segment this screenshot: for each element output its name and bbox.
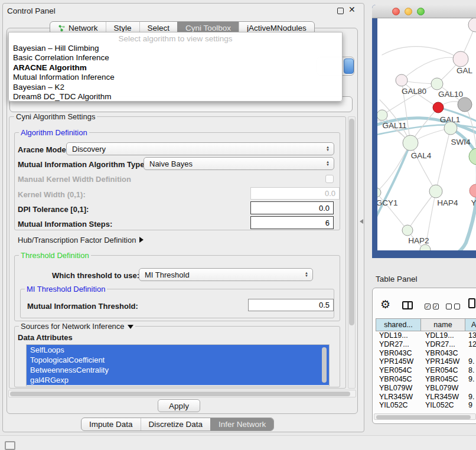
- combobox-arrows-button[interactable]: [344, 58, 354, 74]
- network-node[interactable]: [377, 188, 381, 197]
- close-panel-icon[interactable]: ✕: [348, 5, 356, 14]
- list-item[interactable]: gal4RGexp: [27, 375, 329, 385]
- splitpane-collapse-arrow[interactable]: [360, 219, 363, 224]
- algorithm-definition-title: Algorithm Definition: [19, 128, 89, 137]
- dropdown-item[interactable]: Dream8 DC_TDC Algorithm: [9, 92, 342, 102]
- aracne-mode-combobox[interactable]: Discovery ▲▼: [66, 142, 334, 155]
- select-all-checkboxes-icon[interactable]: ✓✓: [425, 304, 439, 309]
- network-node[interactable]: [470, 184, 476, 197]
- kernel-width-input[interactable]: 0.0: [250, 187, 340, 200]
- list-item[interactable]: BetweennessCentrality: [27, 365, 329, 375]
- network-node[interactable]: [429, 185, 442, 198]
- table-row[interactable]: YPR145WYPR145W9.: [376, 357, 476, 366]
- network-node[interactable]: [377, 110, 387, 120]
- data-attributes-label: Data Attributes: [18, 333, 73, 342]
- settings-horizontal-scrollbar[interactable]: [8, 390, 356, 397]
- minimize-window-icon[interactable]: [405, 8, 412, 15]
- network-edge[interactable]: [377, 143, 410, 193]
- dpi-tolerance-label: DPI Tolerance [0,1]:: [18, 205, 89, 214]
- dropdown-item[interactable]: Bayesian – Hill Climbing: [9, 44, 342, 53]
- table-row[interactable]: YBL079WYBL079W: [376, 384, 476, 393]
- column-header-name[interactable]: name: [420, 318, 465, 331]
- column-header-shared[interactable]: shared...: [376, 318, 421, 331]
- network-canvas[interactable]: GALGAL80GAL10GAL1GAL11SWI4GAL4GCY1HAP4YH…: [377, 18, 476, 250]
- data-attributes-list[interactable]: SelfLoops TopologicalCoefficient Between…: [26, 344, 330, 386]
- apply-button[interactable]: Apply: [158, 399, 200, 412]
- split-columns-icon[interactable]: [402, 301, 413, 309]
- network-node[interactable]: [431, 78, 443, 90]
- network-node[interactable]: [468, 18, 476, 32]
- float-panel-icon[interactable]: [337, 8, 344, 14]
- node-label: Y: [471, 198, 476, 207]
- which-threshold-combobox[interactable]: MI Threshold ▲▼: [139, 268, 313, 281]
- restore-panel-icon[interactable]: [5, 441, 15, 450]
- table-row[interactable]: YLR345WYLR345W9.: [376, 393, 476, 402]
- dropdown-item[interactable]: Basic Correlation Inference: [9, 53, 342, 63]
- network-node[interactable]: [402, 225, 413, 236]
- table-row[interactable]: YER054CYER054C8.: [376, 366, 476, 375]
- table-row[interactable]: YIL052CYIL052C9: [376, 401, 476, 410]
- tab-discretize-data[interactable]: Discretize Data: [141, 418, 211, 431]
- network-window-titlebar[interactable]: [372, 5, 476, 18]
- table-horizontal-scrollbar-thumb[interactable]: [376, 415, 471, 419]
- network-node[interactable]: [396, 74, 407, 86]
- collapse-arrow-icon[interactable]: [128, 325, 133, 329]
- network-view-window[interactable]: GALGAL80GAL10GAL1GAL11SWI4GAL4GCY1HAP4YH…: [372, 5, 476, 258]
- status-strip: [0, 435, 476, 450]
- list-item[interactable]: SelfLoops: [27, 345, 329, 355]
- network-edge[interactable]: [410, 143, 436, 191]
- settings-vertical-scrollbar[interactable]: [348, 116, 356, 389]
- mi-algorithm-type-combobox[interactable]: Naive Bayes ▲▼: [144, 157, 334, 170]
- node-label: SWI4: [451, 138, 470, 146]
- network-node[interactable]: [444, 122, 457, 135]
- mi-steps-input[interactable]: 6: [250, 216, 334, 229]
- algorithm-dropdown-popup: Select algorithm to view settings Bayesi…: [8, 32, 343, 102]
- table-row[interactable]: YDR27...YDR27...12: [376, 340, 476, 349]
- mi-threshold-input[interactable]: 0.5: [248, 299, 334, 311]
- network-node[interactable]: [469, 148, 476, 165]
- table-row[interactable]: YBR043CYBR043C: [376, 349, 476, 358]
- control-panel-title: Control Panel: [7, 6, 56, 15]
- network-edge[interactable]: [436, 128, 451, 191]
- node-label: GAL4: [411, 151, 432, 160]
- network-node[interactable]: [433, 102, 444, 113]
- network-edge[interactable]: [407, 191, 436, 230]
- manual-kernel-width-checkbox[interactable]: [325, 175, 334, 183]
- network-node[interactable]: [453, 51, 468, 67]
- cyni-algorithm-settings-title: Cyni Algorithm Settings: [14, 112, 97, 121]
- network-edge[interactable]: [377, 143, 410, 224]
- network-node[interactable]: [403, 135, 418, 151]
- node-label: GCY1: [377, 198, 397, 207]
- combo-arrows-icon: ▲▼: [305, 272, 308, 278]
- table-horizontal-scrollbar[interactable]: [374, 413, 476, 420]
- sources-group-title[interactable]: Sources for Network Inference: [19, 322, 135, 331]
- column-header-partial[interactable]: A: [465, 318, 476, 331]
- network-node[interactable]: [420, 244, 431, 250]
- dropdown-item[interactable]: Mutual Information Inference: [9, 73, 342, 82]
- mi-algorithm-type-label: Mutual Information Algorithm Type:: [18, 160, 147, 169]
- document-icon[interactable]: [468, 298, 475, 308]
- tab-impute-data[interactable]: Impute Data: [81, 418, 141, 431]
- gear-icon[interactable]: ⚙: [380, 298, 390, 311]
- close-window-icon[interactable]: [392, 8, 400, 15]
- expand-arrow-icon[interactable]: [139, 237, 144, 243]
- settings-vertical-scrollbar-thumb[interactable]: [349, 119, 354, 325]
- deselect-all-checkboxes-icon[interactable]: [446, 304, 460, 309]
- dropdown-item-selected[interactable]: ARACNE Algorithm: [9, 63, 342, 73]
- dpi-tolerance-input[interactable]: 0.0: [250, 201, 334, 214]
- zoom-window-icon[interactable]: [417, 8, 425, 15]
- network-graph[interactable]: GALGAL80GAL10GAL1GAL11SWI4GAL4GCY1HAP4YH…: [377, 18, 476, 250]
- list-item[interactable]: TopologicalCoefficient: [27, 355, 329, 365]
- table-row[interactable]: YBR045CYBR045C9.: [376, 375, 476, 384]
- dropdown-item[interactable]: Bayesian – K2: [9, 83, 342, 92]
- tab-infer-network[interactable]: Infer Network: [210, 418, 273, 431]
- hub-definition-toggle[interactable]: Hub/Transcription Factor Definition: [18, 236, 144, 244]
- manual-kernel-width-label: Manual Kernel Width Definition: [18, 175, 131, 184]
- network-node[interactable]: [458, 97, 472, 112]
- table-row[interactable]: YDL19...YDL19...13: [376, 331, 476, 340]
- combo-arrows-icon: ▲▼: [326, 146, 330, 152]
- list-scrollbar-thumb[interactable]: [322, 347, 327, 383]
- table-panel-title: Table Panel: [376, 275, 418, 283]
- settings-horizontal-scrollbar-thumb[interactable]: [10, 392, 350, 396]
- table-body[interactable]: YDL19...YDL19...13 YDR27...YDR27...12 YB…: [376, 331, 476, 413]
